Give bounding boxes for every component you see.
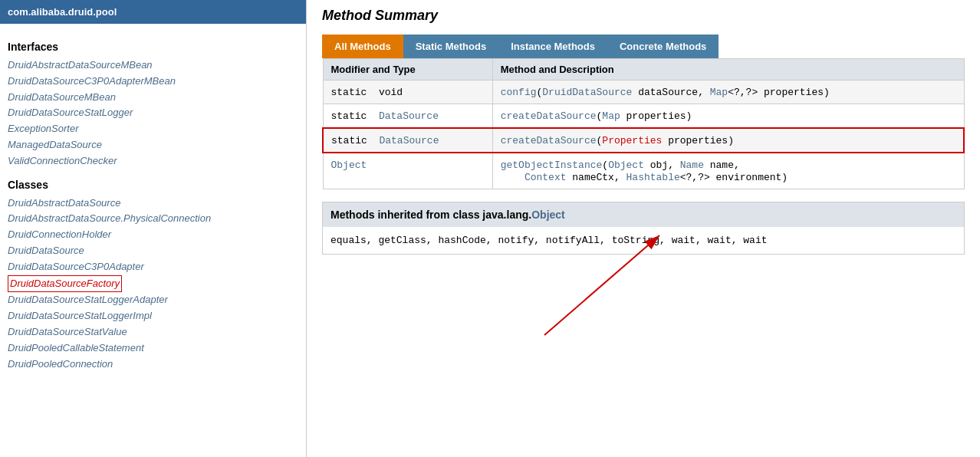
inherited-header: Methods inherited from class java.lang.O… bbox=[323, 202, 964, 227]
modifier-text: Object bbox=[331, 159, 367, 171]
inherited-body: equals, getClass, hashCode, notify, noti… bbox=[323, 227, 964, 254]
method-param-Name[interactable]: Name bbox=[680, 159, 704, 171]
classes-section-title: Classes bbox=[8, 179, 298, 191]
method-param-Map2[interactable]: Map bbox=[602, 110, 620, 122]
main-content: Method Summary All Methods Static Method… bbox=[307, 0, 980, 457]
method-cell: getObjectInstance(Object obj, Name name,… bbox=[492, 153, 964, 189]
modifier-text: static DataSource bbox=[331, 110, 439, 122]
sidebar-link-ManagedDataSource[interactable]: ManagedDataSource bbox=[8, 137, 298, 153]
method-link-config[interactable]: config bbox=[501, 87, 537, 98]
sidebar-link-DruidAbstractDataSource[interactable]: DruidAbstractDataSource bbox=[8, 196, 298, 212]
method-text: getObjectInstance(Object obj, Name name,… bbox=[501, 159, 788, 183]
modifier-link-DataSource2[interactable]: DataSource bbox=[379, 135, 439, 146]
method-param-Object[interactable]: Object bbox=[608, 159, 644, 171]
table-row: static DataSource createDataSource(Map p… bbox=[323, 104, 964, 129]
method-text-highlighted: createDataSource(Properties properties) bbox=[501, 135, 734, 146]
column-modifier: Modifier and Type bbox=[323, 59, 492, 81]
method-cell-highlighted: createDataSource(Properties properties) bbox=[492, 128, 964, 153]
inherited-prefix: Methods inherited from class java.lang. bbox=[331, 209, 531, 221]
tab-all-methods[interactable]: All Methods bbox=[322, 35, 403, 58]
sidebar-link-DruidConnectionHolder[interactable]: DruidConnectionHolder bbox=[8, 227, 298, 243]
modifier-text-highlighted: static DataSource bbox=[331, 135, 439, 146]
modifier-cell-highlighted: static DataSource bbox=[323, 128, 492, 153]
column-method: Method and Description bbox=[492, 59, 964, 81]
inherited-methods: equals, getClass, hashCode, notify, noti… bbox=[331, 235, 768, 246]
sidebar-link-DruidDataSourceFactory[interactable]: DruidDataSourceFactory bbox=[8, 275, 122, 293]
sidebar-link-DruidDataSourceStatValue[interactable]: DruidDataSourceStatValue bbox=[8, 324, 298, 340]
sidebar-link-DruidAbstractDataSourcePhysical[interactable]: DruidAbstractDataSource.PhysicalConnecti… bbox=[8, 211, 298, 227]
method-link-getObjectInstance[interactable]: getObjectInstance bbox=[501, 159, 603, 171]
method-table: Modifier and Type Method and Description… bbox=[322, 58, 965, 189]
method-link-createDataSource-props[interactable]: createDataSource bbox=[501, 135, 597, 146]
modifier-link-Object[interactable]: Object bbox=[331, 159, 367, 171]
method-param-Context[interactable]: Context bbox=[525, 172, 567, 183]
sidebar: com.alibaba.druid.pool Interfaces DruidA… bbox=[0, 0, 307, 457]
method-link-createDataSource-map[interactable]: createDataSource bbox=[501, 110, 597, 122]
sidebar-link-DruidDataSourceMBean[interactable]: DruidDataSourceMBean bbox=[8, 90, 298, 106]
table-row: static void config(DruidDataSource dataS… bbox=[323, 81, 964, 104]
method-tabs: All Methods Static Methods Instance Meth… bbox=[322, 35, 965, 58]
sidebar-link-DruidDataSourceStatLoggerImpl[interactable]: DruidDataSourceStatLoggerImpl bbox=[8, 308, 298, 324]
sidebar-link-DruidDataSourceStatLoggerAdapter[interactable]: DruidDataSourceStatLoggerAdapter bbox=[8, 292, 298, 308]
sidebar-package-name: com.alibaba.druid.pool bbox=[8, 6, 117, 18]
sidebar-link-DruidDataSourceC3P0Adapter[interactable]: DruidDataSourceC3P0Adapter bbox=[8, 259, 298, 275]
method-param-Hashtable[interactable]: Hashtable bbox=[626, 172, 680, 183]
modifier-cell: static DataSource bbox=[323, 104, 492, 129]
interfaces-section-title: Interfaces bbox=[8, 41, 298, 53]
method-summary-title: Method Summary bbox=[322, 8, 965, 24]
tab-static-methods[interactable]: Static Methods bbox=[403, 35, 498, 58]
method-cell: createDataSource(Map properties) bbox=[492, 104, 964, 129]
table-row-highlighted: static DataSource createDataSource(Prope… bbox=[323, 128, 964, 153]
inherited-class-link[interactable]: Object bbox=[531, 209, 565, 221]
sidebar-link-DruidDataSourceC3P0AdapterMBean[interactable]: DruidDataSourceC3P0AdapterMBean bbox=[8, 74, 298, 90]
tab-concrete-methods[interactable]: Concrete Methods bbox=[607, 35, 719, 58]
sidebar-link-DruidDataSource[interactable]: DruidDataSource bbox=[8, 243, 298, 259]
sidebar-content: Interfaces DruidAbstractDataSourceMBean … bbox=[0, 24, 306, 380]
sidebar-link-DruidDataSourceStatLogger[interactable]: DruidDataSourceStatLogger bbox=[8, 105, 298, 121]
sidebar-link-ExceptionSorter[interactable]: ExceptionSorter bbox=[8, 121, 298, 137]
method-param-DruidDataSource[interactable]: DruidDataSource bbox=[542, 87, 632, 98]
table-row: Object getObjectInstance(Object obj, Nam… bbox=[323, 153, 964, 189]
modifier-link-DataSource[interactable]: DataSource bbox=[379, 110, 439, 122]
sidebar-link-DruidPooledConnection[interactable]: DruidPooledConnection bbox=[8, 357, 298, 373]
method-param-Properties[interactable]: Properties bbox=[602, 135, 662, 146]
modifier-cell: Object bbox=[323, 153, 492, 189]
sidebar-link-DruidAbstractDataSourceMBean[interactable]: DruidAbstractDataSourceMBean bbox=[8, 58, 298, 74]
modifier-cell: static void bbox=[323, 81, 492, 104]
inherited-section: Methods inherited from class java.lang.O… bbox=[322, 202, 965, 255]
method-cell: config(DruidDataSource dataSource, Map<?… bbox=[492, 81, 964, 104]
method-text: createDataSource(Map properties) bbox=[501, 110, 692, 122]
modifier-text: static void bbox=[331, 87, 403, 98]
method-text: config(DruidDataSource dataSource, Map<?… bbox=[501, 87, 830, 98]
tab-instance-methods[interactable]: Instance Methods bbox=[498, 35, 607, 58]
sidebar-link-ValidConnectionChecker[interactable]: ValidConnectionChecker bbox=[8, 153, 298, 169]
sidebar-header: com.alibaba.druid.pool bbox=[0, 0, 306, 24]
sidebar-link-DruidPooledCallableStatement[interactable]: DruidPooledCallableStatement bbox=[8, 340, 298, 357]
method-param-Map[interactable]: Map bbox=[710, 87, 728, 98]
